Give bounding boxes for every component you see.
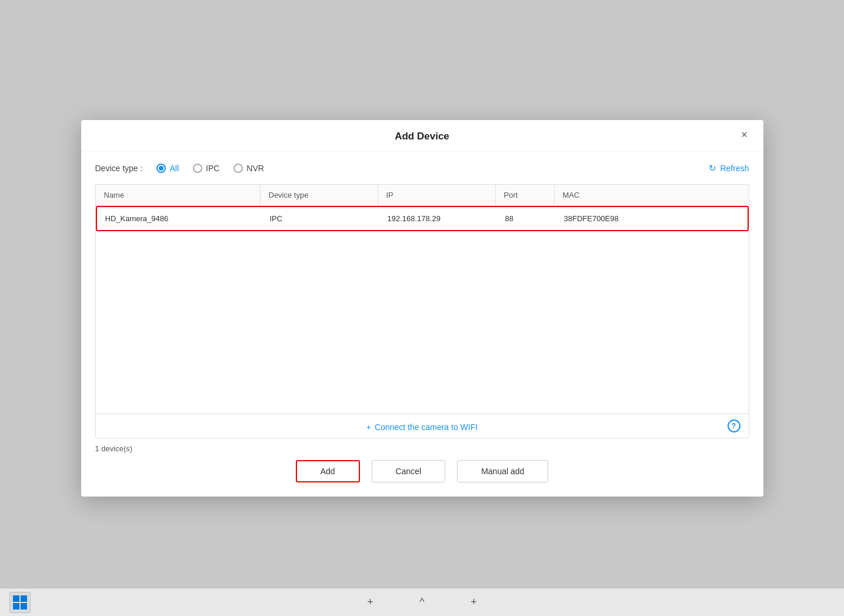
device-count: 1 device(s): [95, 444, 749, 453]
col-name: Name: [96, 185, 261, 205]
add-button[interactable]: Add: [296, 460, 360, 482]
col-port: Port: [496, 185, 555, 205]
footer-buttons: Add Cancel Manual add: [95, 460, 749, 482]
radio-all-label: All: [169, 164, 179, 173]
col-ip: IP: [378, 185, 496, 205]
cell-port: 88: [497, 207, 556, 230]
close-button[interactable]: ×: [736, 127, 753, 144]
table-empty-area: [96, 322, 749, 414]
refresh-button[interactable]: ↻ Refresh: [709, 163, 749, 174]
radio-ipc-circle[interactable]: [193, 164, 202, 173]
cell-name: HD_Kamera_9486: [97, 207, 262, 230]
device-type-label: Device type :: [95, 164, 143, 173]
win-tile-1: [13, 595, 19, 602]
refresh-label: Refresh: [720, 164, 749, 173]
refresh-icon: ↻: [709, 163, 716, 174]
add-device-dialog: Add Device × Device type : All IPC NVR: [81, 120, 763, 497]
radio-nvr-circle[interactable]: [233, 164, 243, 173]
modal-header: Add Device ×: [81, 120, 763, 151]
help-icon[interactable]: ?: [728, 419, 740, 432]
radio-all-circle[interactable]: [156, 164, 166, 173]
table-row[interactable]: HD_Kamera_9486 IPC 192.168.178.29 88 38F…: [96, 206, 749, 231]
radio-ipc-label: IPC: [206, 164, 219, 173]
cell-ip: 192.168.178.29: [379, 207, 497, 230]
device-type-row: Device type : All IPC NVR ↻ Refresh: [95, 163, 749, 174]
taskbar: + ^ +: [0, 588, 844, 616]
modal-footer: 1 device(s) Add Cancel Manual add: [81, 438, 763, 497]
wifi-connect-link[interactable]: + Connect the camera to WIFI: [366, 422, 478, 432]
cell-device-type: IPC: [262, 207, 379, 230]
win-tile-4: [21, 603, 27, 610]
taskbar-plus-right[interactable]: +: [466, 594, 482, 611]
radio-all[interactable]: All: [156, 164, 179, 173]
radio-nvr-label: NVR: [246, 164, 264, 173]
cancel-button[interactable]: Cancel: [372, 460, 446, 482]
cell-mac: 38FDFE700E98: [556, 207, 748, 230]
modal-body: Device type : All IPC NVR ↻ Refresh: [81, 151, 763, 438]
windows-logo: [13, 595, 27, 610]
col-mac: MAC: [555, 185, 749, 205]
win-tile-3: [13, 603, 19, 610]
taskbar-center: + ^ +: [362, 594, 482, 611]
modal-title: Add Device: [395, 131, 449, 142]
radio-ipc[interactable]: IPC: [193, 164, 219, 173]
taskbar-plus-left[interactable]: +: [362, 594, 379, 611]
radio-nvr[interactable]: NVR: [233, 164, 264, 173]
modal-backdrop: Add Device × Device type : All IPC NVR: [0, 0, 844, 616]
table-header: Name Device type IP Port MAC: [96, 185, 749, 206]
manual-add-button[interactable]: Manual add: [457, 460, 548, 482]
taskbar-up-arrow[interactable]: ^: [414, 594, 431, 611]
table-body: HD_Kamera_9486 IPC 192.168.178.29 88 38F…: [96, 206, 749, 322]
device-table: Name Device type IP Port MAC HD_Kamera_9…: [95, 184, 749, 438]
wifi-connect-label: Connect the camera to WIFI: [375, 422, 478, 432]
col-device-type: Device type: [261, 185, 378, 205]
wifi-plus-icon: +: [366, 422, 371, 432]
wifi-help-button[interactable]: ?: [728, 419, 740, 432]
taskbar-app-button[interactable]: [9, 592, 31, 613]
wifi-connect-row: + Connect the camera to WIFI ?: [96, 414, 749, 438]
win-tile-2: [21, 595, 27, 602]
